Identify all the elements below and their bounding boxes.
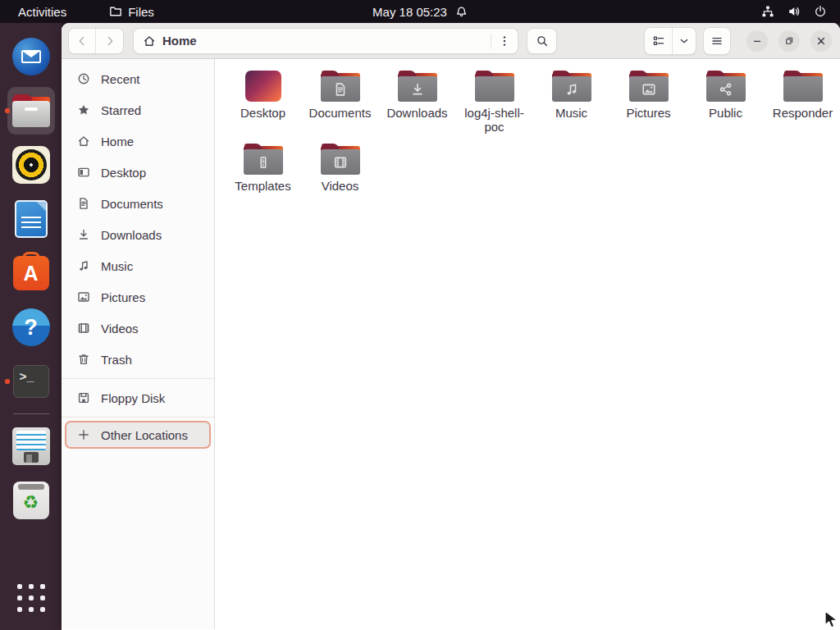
sidebar-item-downloads[interactable]: Downloads: [62, 219, 214, 250]
folder-desktop[interactable]: Desktop: [226, 66, 299, 134]
desktop-wallpaper-icon: [245, 71, 281, 102]
window-controls: [746, 30, 832, 52]
file-grid: Desktop Documents Downloads log4j-shell-…: [215, 59, 840, 629]
clock-label: May 18 05:23: [372, 5, 447, 19]
sidebar-label: Home: [101, 135, 134, 148]
list-view-button[interactable]: [645, 28, 673, 54]
folder-icon: [398, 71, 437, 102]
sidebar-item-starred[interactable]: Starred: [62, 94, 214, 126]
app-grid-icon: [17, 584, 45, 612]
folder-pictures[interactable]: Pictures: [612, 66, 685, 134]
files-running-indicator: [5, 108, 10, 113]
home-icon: [143, 34, 156, 48]
sidebar-item-desktop[interactable]: Desktop: [62, 157, 214, 188]
folder-log4j-shell-poc[interactable]: log4j-shell-poc: [458, 66, 531, 134]
folder-icon: [475, 71, 514, 102]
hamburger-menu-button[interactable]: [703, 27, 731, 55]
minimize-button[interactable]: [746, 30, 768, 52]
download-glyph-icon: [410, 82, 425, 97]
sidebar-item-music[interactable]: Music: [62, 250, 214, 281]
sidebar-item-other-locations[interactable]: Other Locations: [65, 421, 211, 449]
dock-item-floppy-disk[interactable]: [4, 419, 58, 473]
dock-item-terminal[interactable]: >_: [4, 354, 58, 409]
nav-buttons: [68, 28, 124, 54]
back-button[interactable]: [69, 29, 96, 53]
folder-templates[interactable]: Templates: [226, 139, 299, 193]
dock-item-files[interactable]: [4, 84, 58, 138]
folder-responder[interactable]: Responder: [766, 66, 839, 134]
system-status-area[interactable]: [755, 0, 833, 23]
back-chevron-icon: [75, 34, 89, 48]
sidebar-label: Videos: [101, 322, 139, 336]
folder-icon: [321, 144, 360, 175]
dock-item-thunderbird[interactable]: [4, 30, 58, 84]
sidebar-item-trash[interactable]: Trash: [62, 344, 214, 375]
view-toggle: [644, 27, 696, 55]
activities-label: Activities: [18, 5, 66, 19]
folder-label: Public: [709, 106, 742, 120]
files-app-icon: [109, 5, 122, 18]
folder-icon: [783, 71, 823, 102]
top-bar: Activities Files May 18 05:23: [0, 0, 840, 23]
dock-item-trash[interactable]: ♻: [4, 473, 58, 527]
sidebar-item-floppy-disk[interactable]: Floppy Disk: [62, 382, 214, 413]
sidebar-label: Recent: [101, 72, 140, 86]
sidebar-item-home[interactable]: Home: [62, 126, 214, 157]
document-glyph-icon: [333, 82, 348, 97]
dock: A ? >_ ♻: [0, 23, 62, 630]
power-icon: [814, 5, 827, 18]
dock-item-rhythmbox[interactable]: [4, 138, 58, 192]
dock-item-ubuntu-software[interactable]: A: [4, 246, 58, 300]
sidebar-label: Documents: [101, 197, 163, 211]
trash-icon: [77, 353, 90, 366]
ubuntu-software-icon: A: [13, 256, 49, 290]
bell-icon: [455, 6, 468, 18]
folder-label: Documents: [309, 106, 372, 120]
folder-music[interactable]: Music: [535, 66, 608, 134]
sidebar-item-documents[interactable]: Documents: [62, 188, 214, 219]
forward-chevron-icon: [103, 34, 116, 48]
app-menu-button[interactable]: Files: [99, 0, 164, 23]
star-icon: [77, 103, 90, 116]
dock-item-help[interactable]: ?: [4, 300, 58, 354]
close-icon: [815, 34, 828, 48]
clock-icon: [77, 72, 90, 85]
thunderbird-icon: [12, 38, 50, 75]
folder-label: Videos: [322, 179, 359, 193]
sidebar-item-videos[interactable]: Videos: [62, 313, 214, 344]
folder-label: Templates: [235, 179, 290, 193]
share-glyph-icon: [719, 82, 733, 97]
folder-label: Responder: [773, 106, 833, 120]
folder-documents[interactable]: Documents: [304, 66, 377, 134]
folder-videos[interactable]: Videos: [304, 139, 377, 193]
maximize-button[interactable]: [778, 30, 800, 52]
forward-button[interactable]: [96, 29, 123, 53]
search-button[interactable]: [527, 28, 557, 54]
folder-icon: [321, 71, 360, 102]
sidebar-label: Floppy Disk: [101, 391, 165, 405]
sidebar-item-recent[interactable]: Recent: [62, 63, 214, 94]
folder-public[interactable]: Public: [689, 66, 762, 134]
activities-button[interactable]: Activities: [8, 0, 76, 23]
location-menu-button[interactable]: [493, 30, 516, 52]
close-button[interactable]: [810, 30, 832, 52]
sidebar-separator: [62, 417, 214, 418]
dock-item-libreoffice-writer[interactable]: [4, 192, 58, 246]
template-glyph-icon: [256, 155, 271, 170]
path-label: Home: [162, 34, 197, 48]
clock-menu-button[interactable]: May 18 05:23: [363, 0, 477, 23]
app-grid-button[interactable]: [4, 571, 58, 625]
path-crumb-home[interactable]: Home: [143, 34, 197, 48]
path-bar[interactable]: Home: [133, 28, 518, 54]
document-icon: [77, 197, 90, 210]
sidebar-item-pictures[interactable]: Pictures: [62, 281, 214, 313]
download-icon: [77, 228, 90, 241]
sidebar-label: Trash: [101, 353, 132, 367]
folder-downloads[interactable]: Downloads: [381, 66, 454, 134]
files-icon: [12, 94, 50, 127]
pathbar-divider: [491, 34, 491, 48]
film-icon: [77, 322, 90, 335]
image-glyph-icon: [641, 82, 656, 97]
view-options-dropdown[interactable]: [673, 28, 696, 54]
terminal-running-indicator: [5, 379, 10, 384]
